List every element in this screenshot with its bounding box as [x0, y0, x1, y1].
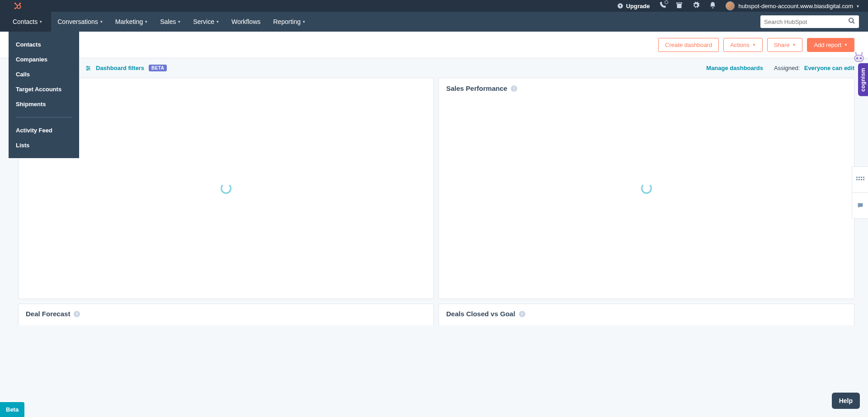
svg-point-9 — [849, 18, 853, 22]
svg-point-17 — [862, 52, 863, 54]
chevron-down-icon: ▼ — [752, 43, 756, 47]
dashboard-filters-label: Dashboard filters — [96, 65, 144, 71]
svg-rect-31 — [863, 179, 864, 180]
loading-spinner — [221, 183, 231, 194]
svg-line-10 — [853, 22, 854, 23]
card-title: Sales Performance — [446, 84, 507, 92]
beta-float-button[interactable]: Beta — [0, 402, 24, 417]
svg-line-4 — [15, 4, 18, 6]
upgrade-button[interactable]: Upgrade — [617, 3, 650, 9]
chevron-down-icon: ▼ — [844, 43, 848, 47]
upgrade-label: Upgrade — [626, 3, 650, 9]
nav-service[interactable]: Service▾ — [187, 12, 225, 32]
loading-spinner — [641, 183, 652, 194]
info-icon[interactable]: i — [519, 311, 525, 317]
dropdown-companies[interactable]: Companies — [9, 52, 79, 67]
svg-point-8 — [665, 1, 668, 4]
chevron-down-icon: ▾ — [100, 19, 103, 24]
actions-button[interactable]: Actions▼ — [723, 38, 763, 52]
add-report-button[interactable]: Add report▼ — [807, 38, 854, 52]
svg-point-12 — [856, 57, 858, 59]
svg-rect-25 — [859, 177, 860, 178]
dropdown-contacts[interactable]: Contacts — [9, 37, 79, 52]
svg-line-15 — [861, 53, 862, 55]
avatar — [726, 1, 735, 10]
svg-rect-11 — [854, 55, 863, 61]
assigned-everyone-link[interactable]: Everyone can edit — [804, 65, 854, 71]
chevron-down-icon: ▾ — [857, 4, 859, 9]
help-button[interactable]: Help — [832, 393, 860, 409]
chat-icon[interactable] — [852, 192, 868, 219]
nav-conversations[interactable]: Conversations▾ — [51, 12, 109, 32]
chevron-down-icon: ▾ — [40, 19, 42, 24]
chevron-down-icon: ▾ — [217, 19, 219, 24]
info-icon[interactable]: i — [74, 311, 80, 317]
search-input-wrap[interactable] — [760, 15, 859, 28]
chevron-down-icon: ▾ — [145, 19, 147, 24]
search-icon — [848, 17, 855, 26]
dropdown-lists[interactable]: Lists — [9, 138, 79, 153]
svg-rect-24 — [856, 177, 858, 178]
svg-rect-27 — [863, 177, 864, 178]
svg-point-22 — [89, 67, 90, 68]
dropdown-calls[interactable]: Calls — [9, 67, 79, 82]
contacts-dropdown: Contacts Companies Calls Target Accounts… — [9, 32, 79, 158]
hubspot-logo[interactable] — [13, 1, 23, 11]
card-deals-closed-goal[interactable]: Deals Closed vs Goal i — [439, 304, 854, 325]
cognism-tab[interactable]: cognism — [858, 63, 868, 96]
svg-rect-30 — [861, 179, 862, 180]
svg-rect-28 — [856, 179, 858, 180]
card-deal-forecast[interactable]: Deal Forecast i — [18, 304, 434, 325]
svg-point-21 — [87, 66, 88, 67]
account-menu[interactable]: hubspot-demo-account.www.biasdigital.com… — [726, 1, 859, 10]
phone-icon[interactable] — [659, 1, 666, 10]
dropdown-shipments[interactable]: Shipments — [9, 97, 79, 112]
svg-point-16 — [855, 52, 857, 54]
side-panel — [852, 166, 868, 219]
robot-assistant-icon[interactable] — [850, 51, 868, 64]
nav-workflows[interactable]: Workflows — [225, 12, 267, 32]
nav-sales[interactable]: Sales▾ — [154, 12, 187, 32]
card-title: Deal Forecast — [26, 310, 70, 318]
account-label: hubspot-demo-account.www.biasdigital.com — [738, 3, 853, 9]
svg-point-23 — [87, 69, 88, 70]
chevron-down-icon: ▾ — [178, 19, 180, 24]
svg-line-14 — [856, 53, 857, 55]
nav-marketing[interactable]: Marketing▾ — [109, 12, 154, 32]
upgrade-icon — [617, 3, 623, 9]
svg-rect-26 — [861, 177, 862, 178]
chevron-down-icon: ▾ — [303, 19, 305, 24]
card-unknown-left[interactable] — [18, 78, 434, 299]
share-button[interactable]: Share▼ — [767, 38, 803, 52]
info-icon[interactable]: i — [511, 85, 517, 92]
svg-rect-29 — [859, 179, 860, 180]
card-title: Deals Closed vs Goal — [446, 310, 515, 318]
nav-reporting[interactable]: Reporting▾ — [267, 12, 311, 32]
card-sales-performance[interactable]: Sales Performance i — [439, 78, 854, 299]
dropdown-activity-feed[interactable]: Activity Feed — [9, 123, 79, 138]
manage-dashboards-link[interactable]: Manage dashboards — [706, 65, 763, 71]
settings-icon[interactable] — [692, 1, 700, 10]
chevron-down-icon: ▼ — [792, 43, 796, 47]
keyboard-icon[interactable] — [852, 167, 868, 192]
marketplace-icon[interactable] — [675, 1, 683, 10]
svg-point-13 — [860, 57, 862, 59]
create-dashboard-button[interactable]: Create dashboard — [658, 38, 719, 52]
dashboard-filters-button[interactable]: Dashboard filters BETA — [85, 65, 167, 71]
beta-badge: BETA — [149, 65, 167, 71]
assigned-label: Assigned: — [774, 65, 800, 71]
notifications-icon[interactable] — [709, 1, 717, 10]
filters-icon — [85, 65, 91, 71]
search-input[interactable] — [764, 19, 848, 25]
nav-contacts[interactable]: Contacts▾ — [0, 12, 51, 32]
dropdown-divider — [16, 117, 72, 117]
dropdown-target-accounts[interactable]: Target Accounts — [9, 82, 79, 97]
